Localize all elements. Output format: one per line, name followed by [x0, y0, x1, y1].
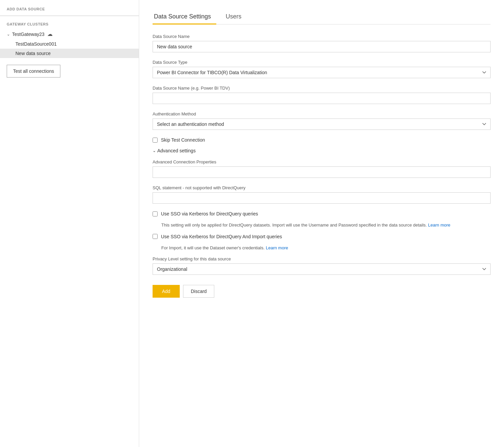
sso-kerberos-import-row: Use SSO via Kerberos for DirectQuery And… — [153, 234, 491, 239]
skip-test-row: Skip Test Connection — [153, 137, 491, 143]
sql-statement-label: SQL statement - not supported with Direc… — [153, 185, 491, 190]
datasource-type-label: Data Source Type — [153, 60, 491, 65]
sql-statement-group: SQL statement - not supported with Direc… — [153, 185, 491, 204]
datasource-name2-input[interactable] — [153, 93, 491, 104]
sidebar-buttons: Test all connections — [0, 58, 139, 84]
advanced-connection-group: Advanced Connection Properties — [153, 159, 491, 178]
gateway-name: TestGateway23 — [12, 32, 45, 37]
add-datasource-label: ADD DATA SOURCE — [7, 7, 45, 11]
gateway-item[interactable]: ⌄ TestGateway23 ☁ — [0, 29, 139, 39]
advanced-settings-toggle[interactable]: ⌄ Advanced settings — [153, 148, 491, 153]
main-content: Data Source Settings Users Data Source N… — [139, 0, 504, 447]
datasource-type-group: Data Source Type Power BI Connector for … — [153, 60, 491, 78]
sso-kerberos-row: Use SSO via Kerberos for DirectQuery que… — [153, 211, 491, 216]
auth-method-group: Authentication Method Select an authenti… — [153, 111, 491, 130]
advanced-settings-label: Advanced settings — [157, 148, 195, 153]
skip-test-label: Skip Test Connection — [161, 137, 205, 143]
datasource-type-select[interactable]: Power BI Connector for TIBCO(R) Data Vir… — [153, 67, 491, 78]
datasource-name-group: Data Source Name — [153, 34, 491, 52]
auth-method-label: Authentication Method — [153, 111, 491, 116]
datasource-name2-group: Data Source Name (e.g. Power BI TDV) — [153, 86, 491, 104]
advanced-connection-label: Advanced Connection Properties — [153, 159, 491, 164]
privacy-level-select[interactable]: None Private Organizational Public — [153, 263, 491, 275]
skip-test-checkbox[interactable] — [153, 138, 158, 143]
advanced-connection-input[interactable] — [153, 166, 491, 178]
datasource-name-input[interactable] — [153, 41, 491, 52]
datasource-name2-label: Data Source Name (e.g. Power BI TDV) — [153, 86, 491, 91]
sql-statement-input[interactable] — [153, 192, 491, 204]
tab-users[interactable]: Users — [224, 10, 247, 24]
test-all-connections-button[interactable]: Test all connections — [7, 65, 60, 78]
tab-data-source-settings[interactable]: Data Source Settings — [153, 10, 216, 24]
sso-kerberos-description: This setting will only be applied for Di… — [161, 222, 491, 229]
sidebar-header: ADD DATA SOURCE — [0, 0, 139, 16]
sidebar: ADD DATA SOURCE GATEWAY CLUSTERS ⌄ TestG… — [0, 0, 139, 447]
sso-kerberos-import-learn-more-link[interactable]: Learn more — [266, 245, 288, 250]
sso-kerberos-checkbox[interactable] — [153, 211, 158, 216]
sso-kerberos-label: Use SSO via Kerberos for DirectQuery que… — [161, 211, 258, 216]
bottom-buttons: Add Discard — [153, 285, 491, 298]
datasource-item-2[interactable]: New data source — [0, 49, 139, 58]
auth-method-select[interactable]: Select an authentication method — [153, 118, 491, 130]
add-button[interactable]: Add — [153, 285, 180, 298]
gateway-clusters-label: GATEWAY CLUSTERS — [0, 16, 139, 29]
datasource-name-label: Data Source Name — [153, 34, 491, 39]
privacy-level-group: Privacy Level setting for this data sour… — [153, 256, 491, 275]
sso-kerberos-import-checkbox[interactable] — [153, 234, 158, 239]
chevron-down-icon-advanced: ⌄ — [153, 148, 156, 153]
cloud-upload-icon: ☁ — [47, 31, 53, 37]
privacy-level-label: Privacy Level setting for this data sour… — [153, 256, 491, 261]
chevron-down-icon: ⌄ — [7, 32, 10, 37]
datasource-item-1[interactable]: TestDataSource001 — [0, 39, 139, 49]
sso-kerberos-import-label: Use SSO via Kerberos for DirectQuery And… — [161, 234, 282, 239]
sso-kerberos-import-description: For Import, it will use the Dataset owne… — [161, 245, 491, 251]
tabs: Data Source Settings Users — [153, 10, 491, 24]
sso-kerberos-learn-more-link[interactable]: Learn more — [428, 222, 450, 228]
discard-button[interactable]: Discard — [183, 285, 214, 298]
